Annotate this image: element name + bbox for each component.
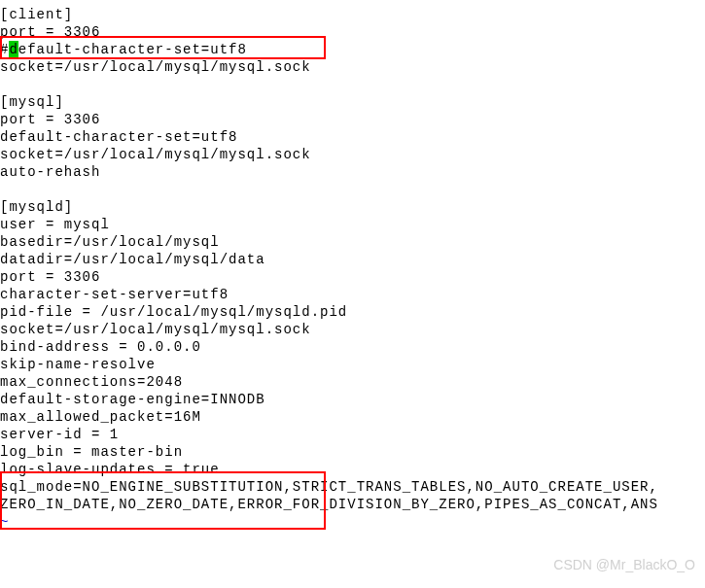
config-line: socket=/usr/local/mysql/mysql.sock [0, 146, 705, 163]
line-text: [mysql] [0, 93, 64, 111]
line-text: default-storage-engine=INNODB [0, 391, 265, 408]
highlight-box-server-config [0, 471, 326, 530]
line-text: [client] [0, 6, 73, 23]
config-line [0, 181, 705, 198]
config-line: datadir=/usr/local/mysql/data [0, 251, 705, 268]
config-line: port = 3306 [0, 111, 705, 128]
line-text: port = 3306 [0, 111, 100, 128]
config-line: auto-rehash [0, 163, 705, 181]
config-line: server-id = 1 [0, 426, 705, 443]
line-text: socket=/usr/local/mysql/mysql.sock [0, 58, 311, 76]
line-text: port = 3306 [0, 268, 100, 286]
line-text: datadir=/usr/local/mysql/data [0, 251, 265, 268]
line-text: max_allowed_packet=16M [0, 408, 201, 426]
config-line: [client] [0, 6, 705, 23]
config-line: basedir=/usr/local/mysql [0, 233, 705, 251]
config-line: [mysqld] [0, 198, 705, 216]
config-line: socket=/usr/local/mysql/mysql.sock [0, 321, 705, 338]
config-line: skip-name-resolve [0, 356, 705, 373]
config-line: character-set-server=utf8 [0, 286, 705, 303]
line-text: max_connections=2048 [0, 373, 183, 391]
line-text: socket=/usr/local/mysql/mysql.sock [0, 146, 311, 163]
line-text: user = mysql [0, 216, 110, 233]
config-line: user = mysql [0, 216, 705, 233]
config-line: socket=/usr/local/mysql/mysql.sock [0, 58, 705, 76]
config-line: default-storage-engine=INNODB [0, 391, 705, 408]
line-text: socket=/usr/local/mysql/mysql.sock [0, 321, 311, 338]
line-text: server-id = 1 [0, 426, 119, 443]
line-text: basedir=/usr/local/mysql [0, 233, 220, 251]
config-line: log_bin = master-bin [0, 443, 705, 461]
line-text: pid-file = /usr/local/mysql/mysqld.pid [0, 303, 347, 321]
config-line [0, 76, 705, 93]
line-text: skip-name-resolve [0, 356, 156, 373]
line-text: bind-address = 0.0.0.0 [0, 338, 201, 356]
config-line: [mysql] [0, 93, 705, 111]
config-line: port = 3306 [0, 268, 705, 286]
config-line: default-character-set=utf8 [0, 128, 705, 146]
line-text: [mysqld] [0, 198, 73, 216]
line-text: character-set-server=utf8 [0, 286, 229, 303]
highlight-box-commented-line [0, 36, 326, 59]
config-line: bind-address = 0.0.0.0 [0, 338, 705, 356]
line-text: auto-rehash [0, 163, 100, 181]
line-text: default-character-set=utf8 [0, 128, 237, 146]
config-line: pid-file = /usr/local/mysql/mysqld.pid [0, 303, 705, 321]
line-text: log_bin = master-bin [0, 443, 183, 461]
watermark: CSDN @Mr_BlackO_O [553, 556, 695, 573]
config-line: max_connections=2048 [0, 373, 705, 391]
config-line: max_allowed_packet=16M [0, 408, 705, 426]
